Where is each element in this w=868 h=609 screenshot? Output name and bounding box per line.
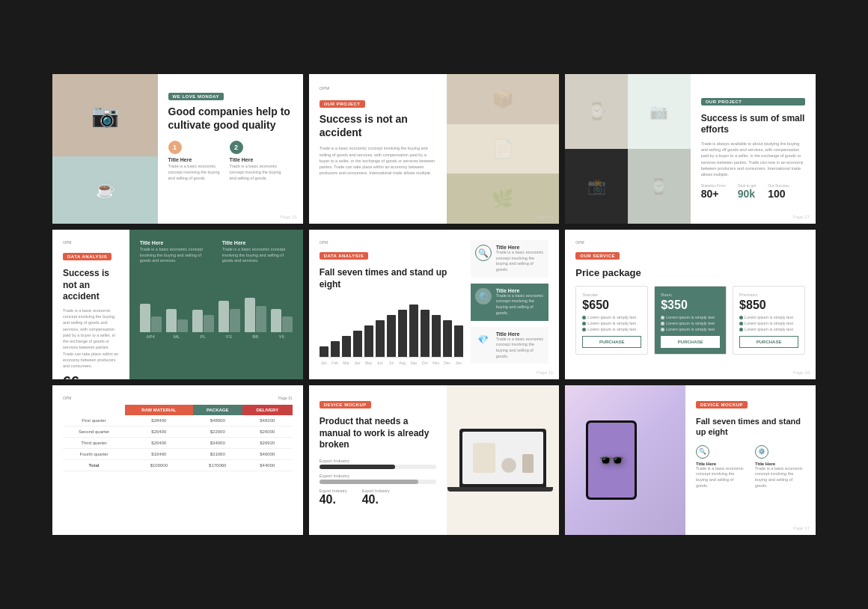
td-label-1: Second quarter	[63, 426, 125, 438]
slide3-content: OUR PROJECT Success is sum of small effo…	[691, 74, 816, 224]
td-v3-3: $46000	[242, 449, 293, 460]
screen-content	[468, 438, 538, 477]
slide6-title: Price package	[575, 267, 805, 278]
slide9-icon1: 🔍 Title Here Trade is a basic economic c…	[696, 445, 746, 489]
step1-desc: Trade is a basic economic concept involv…	[168, 164, 221, 181]
slide7-page: Page 31	[278, 396, 293, 400]
icon3-title: Title Here	[496, 331, 545, 337]
td-label-2: Third quarter	[63, 438, 125, 449]
coffee-icon: ☕	[95, 180, 115, 200]
slide8-progress: Export Industry Export Industry Export I…	[320, 459, 436, 507]
slide2-page: Page 43	[537, 215, 553, 219]
plan1-f2: Lorem ipsum is simply text	[582, 321, 641, 325]
bar-primary-1	[166, 309, 177, 333]
slide2-badge: OUR PROJECT	[320, 100, 365, 108]
icon3-text: Title Here Trade is a basic economic con…	[496, 331, 545, 360]
slide-9: 🕶️ DEVICE MOCKUP Fall seven times and st…	[565, 385, 816, 535]
bar-label-1: ML	[174, 334, 180, 339]
slide4-badge: DATA ANALYSIS	[63, 253, 111, 260]
slide1-title: Good companies help to cultivate good qu…	[168, 105, 293, 132]
camera-icon: 📷	[91, 102, 119, 129]
slide4-subtitle: OPM	[63, 240, 119, 245]
slide3-desc: Trade is always available to about study…	[701, 141, 805, 178]
slide5-left: OPM DATA ANALYSIS Fall seven times and s…	[320, 240, 463, 369]
plan3-f3: Lorem ipsum is simply text	[739, 327, 798, 331]
icon1-text: Title Here Trade is a basic economic con…	[496, 245, 545, 273]
bar-secondary-2	[204, 315, 214, 332]
plan1-f1: Lorem ipsum is simply text	[582, 315, 641, 319]
slide5-right: 🔍 Title Here Trade is a basic economic c…	[471, 240, 549, 369]
th-raw: RAW MATERIAL	[125, 405, 193, 415]
chart-group-3: FS	[218, 301, 240, 339]
dot-icon	[582, 316, 586, 319]
chart-group-2: PL	[192, 310, 214, 339]
progress2-label: Export Industry	[320, 474, 436, 478]
bar-label-4: May	[364, 361, 373, 365]
bar-label-2: Mar	[342, 361, 351, 365]
td-v2-2: $34000	[193, 438, 242, 449]
price-card-3: Premium $850 Lorem ipsum is simply text …	[733, 286, 805, 355]
laptop-container	[455, 429, 551, 492]
table-row-3: Fourth quarter $16460 $31060 $46000	[63, 449, 293, 460]
plan3-name: Premium	[739, 293, 798, 297]
th-delivery: DELIVERY	[242, 405, 293, 415]
dot-icon	[582, 322, 586, 325]
bar-label-3: Apr	[353, 361, 362, 365]
slide-5: OPM DATA ANALYSIS Fall seven times and s…	[309, 230, 560, 379]
step2-desc: Trade is a basic economic concept involv…	[230, 164, 282, 181]
td-label-0: First quarter	[63, 415, 125, 426]
stat2: Total to get 90k	[738, 183, 756, 200]
slide-4: OPM DATA ANALYSIS Success is not an acci…	[52, 230, 303, 379]
slide5-title: Fall seven times and stand up eight	[320, 267, 463, 290]
slide3-badge: OUR PROJECT	[701, 98, 805, 105]
tablet-mock: 🕶️	[586, 420, 637, 500]
icon1-desc: Trade is a basic economic concept involv…	[696, 466, 746, 489]
plan3-btn[interactable]: PURCHASE	[739, 336, 798, 348]
step2-title: Title Here	[230, 157, 282, 162]
progress2-fill	[320, 480, 419, 484]
search-icon: 🔍	[475, 245, 492, 261]
slide2-desc: Trade is a basic economic concept involv…	[320, 145, 436, 176]
slide9-icon2: ⚙️ Title Here Trade is a basic economic …	[755, 445, 805, 489]
table-row-1: Second quarter $20400 $22000 $26000	[63, 426, 293, 438]
progress2-bg	[320, 480, 436, 484]
dot-icon	[661, 322, 664, 325]
bar-label-10: Nov	[432, 361, 441, 365]
td-label-4: Total	[63, 460, 125, 471]
plan2-btn[interactable]: PURCHASE	[661, 336, 720, 348]
td-v1-3: $16460	[125, 449, 193, 460]
step-2: 2 Title Here Trade is a basic economic c…	[230, 141, 282, 181]
bar-label-5: Jun	[376, 361, 385, 365]
td-v2-1: $22000	[193, 426, 242, 438]
slide8-mockup	[447, 385, 560, 535]
plan1-btn[interactable]: PURCHASE	[582, 336, 641, 348]
stat1-value: 40.	[320, 493, 347, 507]
td-label-3: Fourth quarter	[63, 449, 125, 460]
plan2-f1: Lorem ipsum is simply text	[661, 315, 720, 319]
data-table: RAW MATERIAL PACKAGE DELIVERY First quar…	[63, 405, 293, 471]
slide9-content: DEVICE MOCKUP Fall seven times and stand…	[685, 385, 816, 535]
bar-primary-4	[245, 298, 255, 332]
slide5-bar-chart	[320, 298, 463, 358]
step1-title: Title Here	[168, 157, 221, 162]
slide-6: OPM OUR SERVICE Price package Standar $6…	[565, 230, 816, 379]
table-row-2: Third quarter $20400 $34000 $26920	[63, 438, 293, 449]
slide5-page: Page 11	[537, 370, 553, 375]
bar-label-5: Y6	[278, 334, 284, 339]
step1-circle: 1	[168, 141, 182, 154]
td-v2-0: $48000	[193, 415, 242, 426]
bar-label-9: Oct	[421, 361, 430, 365]
icon2-desc: Trade is a basic economic concept involv…	[496, 293, 545, 316]
gear-icon: ⚙️	[475, 288, 492, 304]
bar-primary-3	[218, 301, 229, 332]
plan2-name: Basic	[661, 293, 720, 297]
bar-secondary-3	[230, 309, 240, 333]
bar-secondary-0	[151, 316, 162, 332]
bar-label-11: Dec	[443, 361, 452, 365]
td-v3-0: $48200	[242, 415, 293, 426]
slide6-page: Page 26	[793, 370, 810, 375]
slide1-steps: 1 Title Here Trade is a basic economic c…	[168, 141, 293, 181]
slide6-badge: OUR SERVICE	[575, 252, 620, 260]
slide4-left: OPM DATA ANALYSIS Success is not an acci…	[52, 230, 129, 379]
bar-label-0: Jan	[320, 361, 328, 365]
